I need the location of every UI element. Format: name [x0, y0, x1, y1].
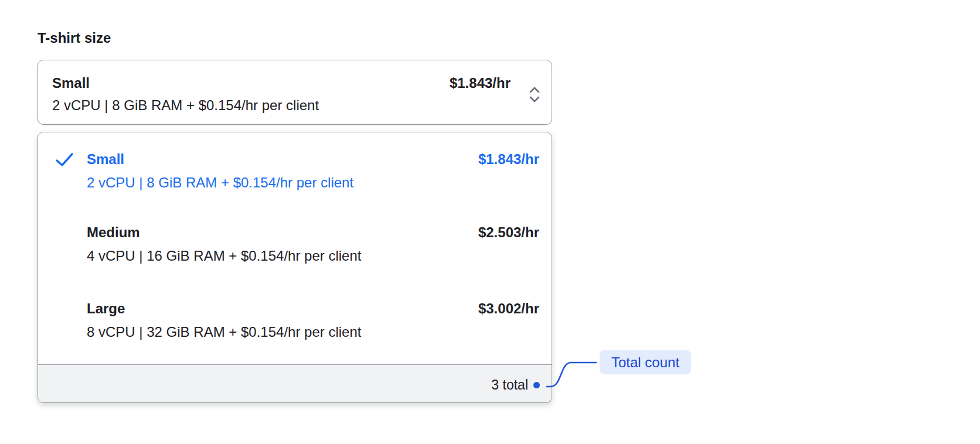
- chevron-up-down-icon[interactable]: [529, 87, 540, 103]
- dropdown-listbox: Small $1.843/hr 2 vCPU | 8 GiB RAM + $0.…: [38, 132, 552, 403]
- selected-option-price: $1.843/hr: [450, 74, 511, 92]
- option-price: $1.843/hr: [478, 150, 539, 169]
- annotation-label: Total count: [611, 354, 679, 371]
- option-price: $2.503/hr: [478, 223, 539, 242]
- checkmark-icon: [55, 152, 74, 168]
- selected-option-description: 2 vCPU | 8 GiB RAM + $0.154/hr per clien…: [52, 97, 319, 114]
- selected-option-name: Small: [52, 74, 90, 92]
- option-description: 4 vCPU | 16 GiB RAM + $0.154/hr per clie…: [87, 247, 552, 265]
- field-label: T-shirt size: [38, 29, 111, 47]
- option-description: 2 vCPU | 8 GiB RAM + $0.154/hr per clien…: [87, 173, 552, 192]
- page: T-shirt size Small $1.843/hr 2 vCPU | 8 …: [0, 0, 980, 444]
- tshirt-size-select[interactable]: Small $1.843/hr 2 vCPU | 8 GiB RAM + $0.…: [38, 60, 552, 125]
- option-price: $3.002/hr: [478, 299, 539, 318]
- total-count-text: 3 total: [491, 377, 528, 393]
- option-small[interactable]: Small $1.843/hr 2 vCPU | 8 GiB RAM + $0.…: [38, 150, 552, 192]
- annotation-dot: [533, 382, 540, 388]
- option-description: 8 vCPU | 32 GiB RAM + $0.154/hr per clie…: [87, 323, 552, 341]
- annotation-badge: Total count: [600, 350, 691, 374]
- listbox-footer: 3 total: [38, 364, 552, 402]
- option-medium[interactable]: Medium $2.503/hr 4 vCPU | 16 GiB RAM + $…: [38, 223, 552, 265]
- options-list: Small $1.843/hr 2 vCPU | 8 GiB RAM + $0.…: [38, 132, 552, 365]
- option-large[interactable]: Large $3.002/hr 8 vCPU | 32 GiB RAM + $0…: [38, 299, 552, 341]
